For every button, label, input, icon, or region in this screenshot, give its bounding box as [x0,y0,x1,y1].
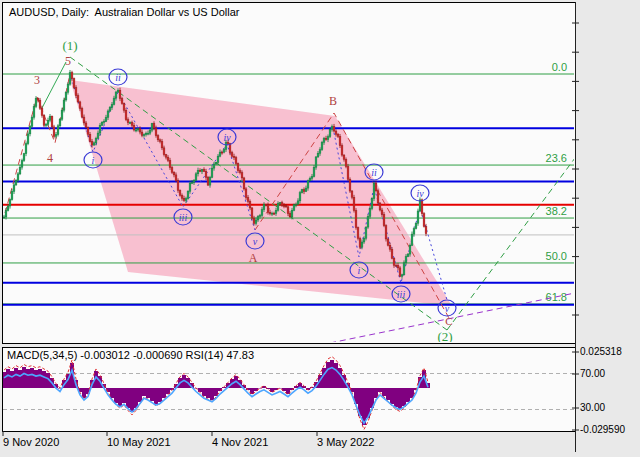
time-axis[interactable]: 9 Nov 202010 May 20214 Nov 20213 May 202… [2,432,576,456]
date-tick-label: 4 Nov 2021 [212,436,268,448]
date-tick-label: 3 May 2022 [317,436,374,448]
indicator-label: MACD(5,34,5) -0.003012 -0.000690 RSI(14)… [7,349,254,361]
chart-window: 0.023.638.250.061.8iiiiiiivviiiiiiivv(1)… [0,0,640,457]
date-tick-label: 10 May 2021 [107,436,171,448]
indicator-tick-label: 70.00 [580,368,605,379]
price-axis[interactable]: 0.837550.817600.797650.777700.757750.737… [576,2,640,342]
indicator-tick-label: 30.00 [580,402,605,413]
main-chart[interactable] [2,2,576,344]
date-tick-label: 9 Nov 2020 [3,436,59,448]
indicator-axis[interactable]: 0.02531870.0030.00-0.029590 [576,347,640,432]
indicator-tick-label: -0.029590 [580,424,625,435]
indicator-tick-label: 0.025318 [580,346,622,357]
chart-title: AUDUSD, Daily: Australian Dollar vs US D… [9,6,239,18]
